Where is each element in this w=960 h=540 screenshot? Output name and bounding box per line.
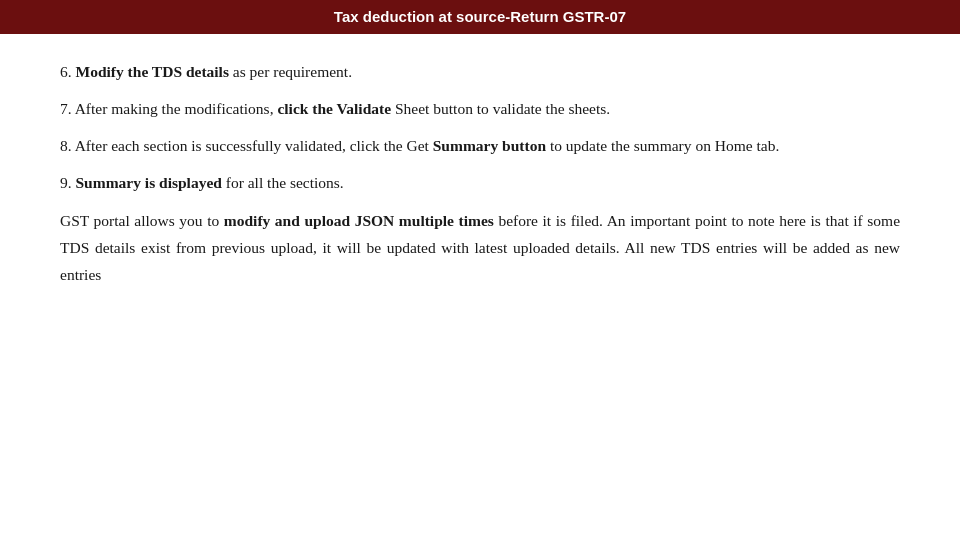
paragraph-7: 7. After making the modifications, click… — [60, 95, 900, 122]
point-8-bold: Summary button — [433, 137, 546, 154]
gst-pre: GST portal allows you to — [60, 212, 219, 229]
point-7-bold: click the Validate — [277, 100, 391, 117]
point-8-number: 8. — [60, 137, 72, 154]
paragraph-8: 8. After each section is successfully va… — [60, 132, 900, 159]
point-7-pre: After making the modifications, — [75, 100, 274, 117]
point-7-number: 7. — [60, 100, 72, 117]
point-9-number: 9. — [60, 174, 72, 191]
paragraph-9: 9. Summary is displayed for all the sect… — [60, 169, 900, 196]
paragraph-6: 6. Modify the TDS details as per require… — [60, 58, 900, 85]
header: Tax deduction at source-Return GSTR-07 — [0, 0, 960, 34]
content-area: 6. Modify the TDS details as per require… — [0, 34, 960, 318]
header-title: Tax deduction at source-Return GSTR-07 — [334, 8, 626, 25]
point-8-post: to update the summary on Home tab. — [550, 137, 779, 154]
point-8-text: After each section is successfully valid… — [75, 137, 433, 154]
point-7-post: Sheet button to validate the sheets. — [395, 100, 610, 117]
point-9-post: for all the sections. — [226, 174, 344, 191]
point-6-rest: as per requirement. — [233, 63, 352, 80]
point-9-bold: Summary is displayed — [76, 174, 222, 191]
point-6-number: 6. — [60, 63, 72, 80]
point-6-bold: Modify the TDS details — [76, 63, 229, 80]
paragraph-gst: GST portal allows you to modify and uplo… — [60, 207, 900, 288]
gst-bold: modify and upload JSON multiple times — [224, 212, 494, 229]
